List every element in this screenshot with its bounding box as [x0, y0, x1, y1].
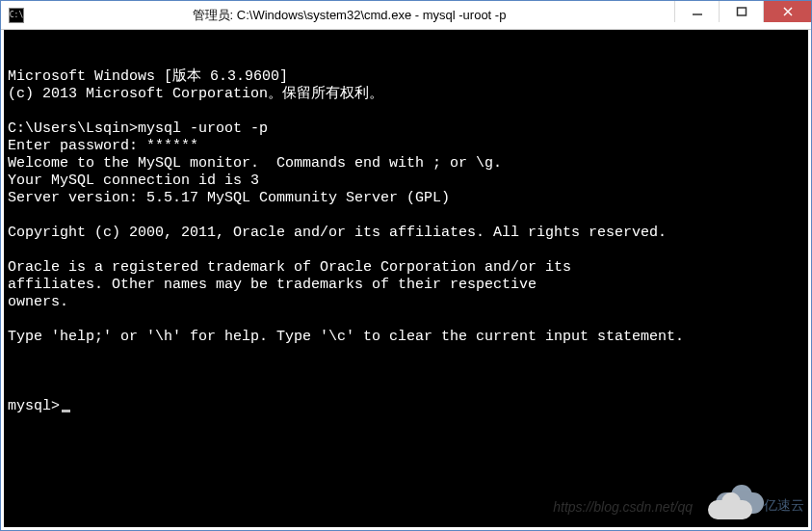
close-icon	[782, 6, 794, 17]
terminal-line	[8, 103, 806, 120]
minimize-button[interactable]	[674, 1, 719, 22]
prompt-line: mysql>	[8, 398, 806, 415]
terminal-line	[8, 207, 806, 225]
svg-rect-1	[737, 8, 746, 15]
maximize-icon	[736, 6, 747, 17]
watermark-logo: 亿速云	[708, 489, 800, 521]
cmd-icon[interactable]: C:\	[9, 8, 24, 23]
terminal-line: Type 'help;' or '\h' for help. Type '\c'…	[8, 329, 806, 346]
terminal-line: (c) 2013 Microsoft Corporation。保留所有权利。	[8, 86, 806, 103]
terminal-line: affiliates. Other names may be trademark…	[8, 277, 806, 294]
watermark-url: https://blog.csdn.net/qq	[553, 498, 693, 516]
terminal-output[interactable]: Microsoft Windows [版本 6.3.9600](c) 2013 …	[1, 30, 811, 530]
terminal-line	[8, 311, 806, 329]
terminal-line	[8, 346, 806, 363]
cursor	[62, 410, 70, 412]
close-button[interactable]	[763, 1, 811, 22]
terminal-line: Server version: 5.5.17 MySQL Community S…	[8, 190, 806, 207]
window-title: 管理员: C:\Windows\system32\cmd.exe - mysql…	[24, 7, 674, 24]
maximize-button[interactable]	[719, 1, 763, 22]
terminal-line: Copyright (c) 2000, 2011, Oracle and/or …	[8, 225, 806, 242]
terminal-line: owners.	[8, 294, 806, 311]
terminal-line: Enter password: ******	[8, 138, 806, 155]
window-controls	[674, 1, 811, 29]
minimize-icon	[692, 6, 703, 17]
cmd-window: C:\ 管理员: C:\Windows\system32\cmd.exe - m…	[0, 0, 812, 531]
terminal-line: C:\Users\Lsqin>mysql -uroot -p	[8, 120, 806, 138]
terminal-line: Microsoft Windows [版本 6.3.9600]	[8, 68, 806, 86]
terminal-line: Your MySQL connection id is 3	[8, 173, 806, 190]
terminal-line: Welcome to the MySQL monitor. Commands e…	[8, 155, 806, 173]
mysql-prompt: mysql>	[8, 398, 60, 414]
terminal-line	[8, 242, 806, 259]
terminal-line: Oracle is a registered trademark of Orac…	[8, 259, 806, 277]
titlebar[interactable]: C:\ 管理员: C:\Windows\system32\cmd.exe - m…	[1, 1, 811, 30]
cloud-icon	[708, 491, 760, 519]
